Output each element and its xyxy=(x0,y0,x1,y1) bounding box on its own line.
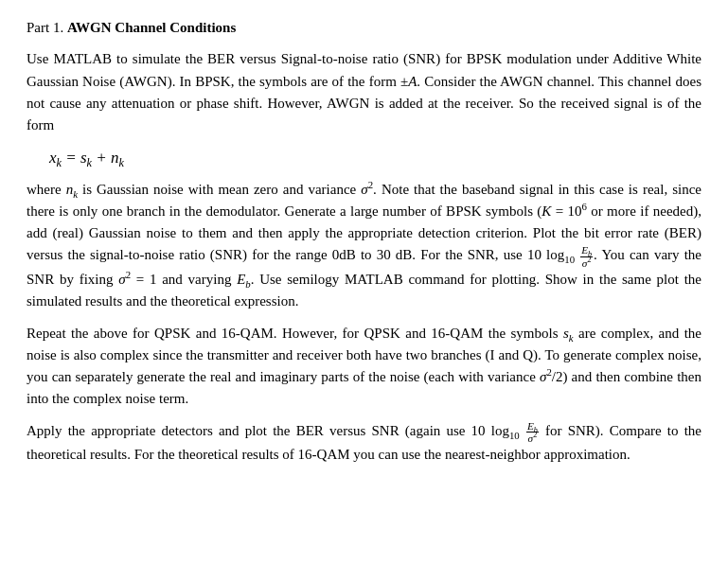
paragraph-1: Use MATLAB to simulate the BER versus Si… xyxy=(27,48,701,136)
paragraph-4: Apply the appropriate detectors and plot… xyxy=(27,420,701,467)
equation-xk: xk = sk + nk xyxy=(49,146,701,170)
paragraph-3: Repeat the above for QPSK and 16-QAM. Ho… xyxy=(27,323,701,411)
part-label: Part 1. xyxy=(27,20,63,35)
section-heading: Part 1. AWGN Channel Conditions xyxy=(27,17,701,39)
paragraph-2: where nk is Gaussian noise with mean zer… xyxy=(27,179,701,313)
heading-title: AWGN Channel Conditions xyxy=(67,20,236,35)
page-content: Part 1. AWGN Channel Conditions Use MATL… xyxy=(27,17,701,467)
